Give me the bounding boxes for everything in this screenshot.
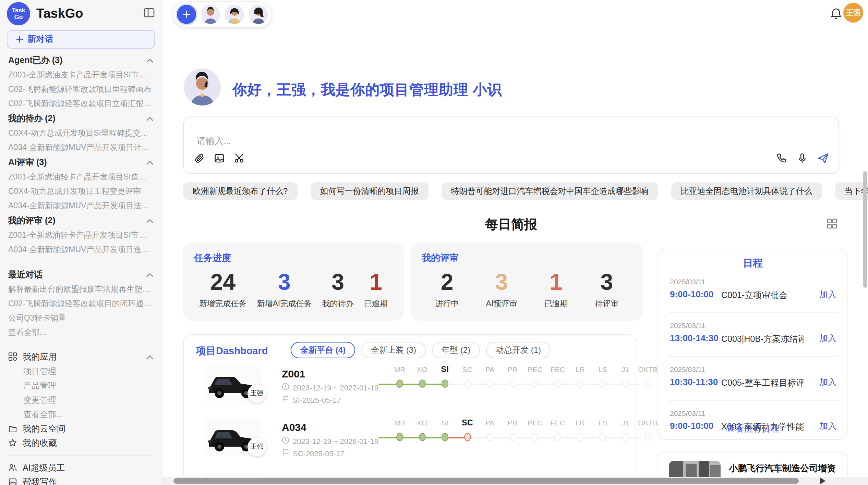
greeting-text: 你好，王强，我是你的项目管理助理 小识 [232,80,502,99]
add-agent-button[interactable] [177,5,196,24]
divider [7,345,155,345]
view-all-schedule-link[interactable]: 查看所有日程 [658,423,847,435]
milestone: MR [389,417,410,441]
suggestion-chip[interactable]: 欧洲新规最近颁布了什么? [183,182,297,200]
stat-overdue: 1已逾期 [364,269,388,309]
chevron-up-icon[interactable] [146,355,154,360]
sidebar-item[interactable]: Z001-全新燃油轻卡产品开发项目SI节点属性5D文件评审 [0,228,162,242]
apps-grid-icon [8,352,17,363]
layout-grid-icon[interactable] [827,219,837,232]
agent-avatar[interactable] [249,5,268,24]
join-link[interactable]: 加入 [819,333,836,345]
divider [7,456,155,456]
microphone-icon[interactable] [797,153,808,166]
schedule-event[interactable]: C005-整车工程目标评审 [721,377,804,389]
project-flag-milestone: SC-2025-05-17 [282,449,344,458]
schedule-date: 2025/03/11 [670,321,706,329]
milestone-current-overdue: SC [457,417,478,441]
agent-avatar[interactable] [201,5,220,24]
recent-chat-item[interactable]: 公司Q3轻卡销量 [0,311,162,325]
tab-all-new-body[interactable]: 全新上装 (3) [361,342,426,358]
sidebar-collapse-icon[interactable] [143,7,155,21]
stat-new-done: 24新增完成任务 [199,269,246,309]
vertical-scrollbar-thumb[interactable] [863,171,867,288]
section-my-todo[interactable]: 我的待办 (2) [0,111,162,126]
join-link[interactable]: 加入 [819,377,836,388]
card-title: 我的评审 [422,252,632,264]
sidebar-item[interactable]: A034-全新新能源MUV产品开发项目造型可行性评审 [0,242,162,257]
star-icon [8,438,17,449]
milestone: OKTB [638,417,658,441]
tab-powertrain-dev[interactable]: 动总开发 (1) [486,342,551,358]
flag-icon [282,449,289,458]
section-ai-review[interactable]: AI评审 (3) [0,155,162,170]
dashboard-title: 项目Dashboard [196,345,268,358]
sidebar-item[interactable]: C02-飞腾新能源轻客改款项目立项汇报方案 [0,97,162,111]
section-recent-chats[interactable]: 最近对话 [0,267,162,282]
my-apps-header[interactable]: 我的应用 [0,350,162,364]
sidebar-item[interactable]: C0X4-动力总成开发项目工程变更评审 [0,184,162,199]
phone-icon[interactable] [776,153,787,166]
scroll-right-arrow-icon[interactable] [820,477,825,484]
apps-view-all[interactable]: 查看全部... [0,408,162,422]
suggestion-chip[interactable]: 比亚迪全固态电池计划具体说了什么 [671,182,822,200]
schedule-date: 2025/03/11 [670,277,706,286]
sidebar-item[interactable]: C02-飞腾新能源轻客改款项目里程碑画布 [0,82,162,97]
my-cloud-space[interactable]: 我的云空间 [0,422,162,436]
logo-text-top: Task [12,7,25,14]
recent-chat-item[interactable]: C02-飞腾新能源轻客改款项目的闭环通告反馈情况 [0,297,162,311]
agent-avatar[interactable] [225,5,244,24]
clock-icon [282,436,289,445]
chat-input[interactable] [195,135,610,147]
my-favorites[interactable]: 我的收藏 [0,436,162,451]
app-item-project-mgmt[interactable]: 项目管理 [0,364,162,379]
tool-help-me-write[interactable]: 帮我写作 [0,475,162,485]
chevron-up-icon[interactable] [146,58,154,63]
sidebar-item[interactable]: Z001-全新燃油轻卡产品开发项目SI造型提交物评审 [0,170,162,184]
suggestion-chips: 欧洲新规最近颁布了什么? 如何写一份清晰的项目周报 特朗普可能对进口汽车增税会对… [183,182,839,200]
project-code[interactable]: Z001 [282,368,305,380]
schedule-event[interactable]: C003|H0B-方案冻结评审 [721,334,804,345]
tab-year-model[interactable]: 年型 (2) [432,342,480,358]
news-title[interactable]: 小鹏飞行汽车制造公司增资 [729,462,839,475]
dashboard-tabs: 全新平台 (4) 全新上装 (3) 年型 (2) 动总开发 (1) [291,342,551,358]
chevron-up-icon[interactable] [146,116,154,121]
sidebar-item[interactable]: A034-全新新能源MUV产品开发项目法规符合性评审 [0,199,162,213]
send-icon[interactable] [817,153,829,166]
recent-view-all[interactable]: 查看全部... [0,325,162,340]
schedule-date: 2025/03/11 [670,365,706,373]
section-my-review[interactable]: 我的评审 (2) [0,213,162,228]
sidebar-item[interactable]: Z001-全新燃油皮卡产品开发项目SI节点Lesson Learn报告 [0,68,162,82]
stat-new-ai-done: 3新增AI完成任务 [257,269,312,309]
scissors-icon[interactable] [234,153,245,166]
logo-text-bottom: Go [14,14,23,21]
sidebar-item[interactable]: C0X4-动力总成开发项目SI里程碑提交物检查 [0,126,162,140]
attachment-icon[interactable] [194,153,205,166]
schedule-time: 10:30-11:30 [670,377,718,387]
tool-ai-super-staff[interactable]: AI超级员工 [0,461,162,475]
app-item-change-mgmt[interactable]: 变更管理 [0,393,162,408]
chevron-up-icon[interactable] [146,160,154,165]
new-chat-button[interactable]: 新对话 [7,30,155,49]
suggestion-chip[interactable]: 如何写一份清晰的项目周报 [310,182,428,200]
tab-all-new-platform[interactable]: 全新平台 (4) [291,342,355,358]
project-dates: 2023-12-19 ~ 2027-01-19 [282,383,378,392]
user-avatar[interactable]: 王强 [843,3,863,23]
horizontal-scrollbar-thumb[interactable] [173,478,799,484]
milestone: PEC [525,417,545,441]
milestone: OKTB [638,364,658,388]
suggestion-chip[interactable]: 特朗普可能对进口汽车增税会对中国车企造成哪些影响 [441,182,658,200]
recent-chat-item[interactable]: 解释最新出台的欧盟报废车法规再生塑料比例被调至15%... [0,282,162,297]
schedule-time: 9:00-10:00 [670,289,713,299]
project-code[interactable]: A034 [282,421,306,433]
sidebar-item[interactable]: A034-全新新能源MUV产品开发项目计划变更表编写 [0,140,162,155]
join-link[interactable]: 加入 [819,289,836,301]
notification-bell-icon[interactable] [830,8,842,23]
chevron-up-icon[interactable] [146,272,154,277]
app-item-product-mgmt[interactable]: 产品管理 [0,379,162,393]
chevron-up-icon[interactable] [146,218,154,223]
schedule-event[interactable]: C001-立项审批会 [721,290,804,301]
section-agent-done[interactable]: Agent已办 (3) [0,53,162,68]
image-upload-icon[interactable] [214,153,225,166]
milestone: PR [502,364,523,388]
